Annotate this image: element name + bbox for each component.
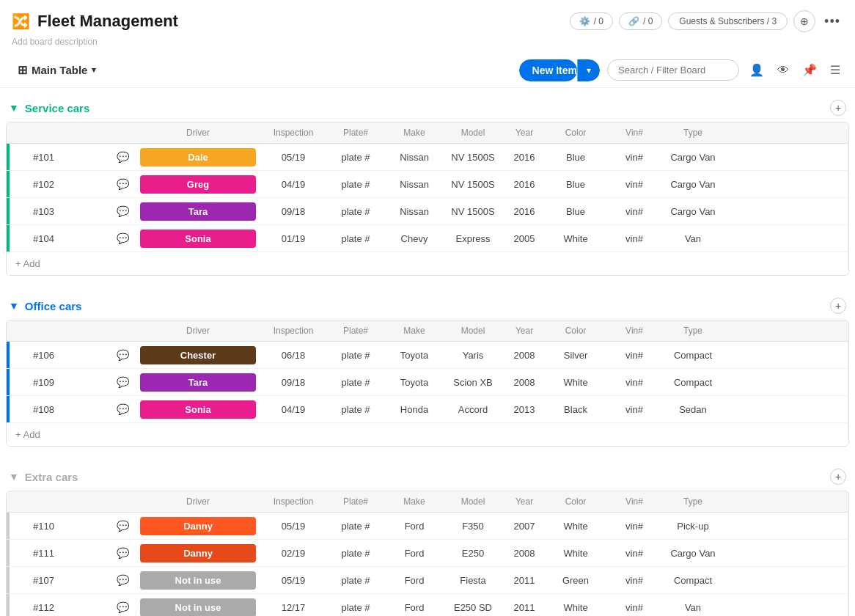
row-id: #111: [29, 542, 109, 565]
comment-icon[interactable]: 💬: [109, 232, 136, 244]
driver-cell[interactable]: Sonia: [136, 397, 260, 422]
driver-cell[interactable]: Tara: [136, 370, 260, 395]
group-office-cars-header: ▼ Office cars +: [6, 293, 849, 318]
main-table-button[interactable]: ⊞ Main Table ▾: [12, 59, 102, 81]
board-description: Add board description: [0, 35, 855, 53]
col-id: [29, 491, 109, 512]
col-plate: Plate#: [326, 320, 385, 341]
toolbar: ⊞ Main Table ▾ New Item ▾ 👤 👁 📌 ☰: [0, 53, 855, 88]
group-service-cars-add-button[interactable]: +: [830, 100, 846, 116]
year-cell: 2005: [502, 227, 546, 250]
office-cars-add-row[interactable]: + Add: [7, 423, 848, 446]
group-office-cars-chevron[interactable]: ▼: [9, 300, 19, 312]
driver-badge[interactable]: Sonia: [140, 400, 256, 419]
year-cell: 2016: [502, 146, 546, 169]
inspection-cell: 04/19: [260, 173, 326, 196]
plate-cell: plate #: [326, 173, 385, 196]
vin-cell: vin#: [605, 227, 664, 250]
vin-cell: vin#: [605, 371, 664, 394]
service-cars-add-row[interactable]: + Add: [7, 252, 848, 275]
group-service-cars-title[interactable]: Service cars: [25, 102, 89, 114]
chevron-down-icon: ▾: [92, 65, 96, 75]
driver-badge[interactable]: Chester: [140, 346, 256, 364]
driver-badge[interactable]: Not in use: [140, 571, 256, 590]
color-cell: Blue: [546, 200, 605, 223]
new-item-button[interactable]: New Item: [519, 59, 577, 81]
col-vin: Vin#: [605, 320, 664, 341]
comment-icon[interactable]: 💬: [109, 151, 136, 163]
new-item-dropdown-button[interactable]: ▾: [577, 59, 600, 81]
comment-icon[interactable]: 💬: [109, 574, 136, 586]
comment-icon[interactable]: 💬: [109, 349, 136, 361]
plate-cell: plate #: [326, 596, 385, 617]
driver-cell[interactable]: Not in use: [136, 568, 260, 593]
more-button[interactable]: •••: [821, 14, 843, 29]
plate-cell: plate #: [326, 200, 385, 223]
driver-badge[interactable]: Sonia: [140, 230, 256, 248]
vin-cell: vin#: [605, 515, 664, 538]
group-extra-cars-chevron[interactable]: ▼: [9, 471, 19, 483]
driver-badge[interactable]: Danny: [140, 517, 256, 535]
comment-icon[interactable]: 💬: [109, 547, 136, 559]
col-year: Year: [502, 122, 546, 143]
model-cell: Express: [444, 227, 502, 250]
comment-icon[interactable]: 💬: [109, 178, 136, 190]
watch-icon[interactable]: 👁: [774, 61, 792, 80]
plate-cell: plate #: [326, 227, 385, 250]
driver-cell[interactable]: Chester: [136, 342, 260, 368]
type-cell: Cargo Van: [664, 173, 722, 196]
driver-cell[interactable]: Dale: [136, 144, 260, 170]
group-extra-cars-header: ▼ Extra cars +: [6, 464, 849, 489]
group-extra-cars-add-button[interactable]: +: [830, 469, 846, 485]
filter-icon[interactable]: ☰: [827, 60, 843, 80]
comment-icon[interactable]: 💬: [109, 520, 136, 532]
driver-badge[interactable]: Tara: [140, 373, 256, 392]
driver-cell[interactable]: Danny: [136, 540, 260, 566]
invite-button[interactable]: ⊕: [793, 10, 815, 32]
driver-cell[interactable]: Danny: [136, 513, 260, 539]
search-input[interactable]: [607, 59, 739, 81]
color-cell: Green: [546, 569, 605, 592]
comment-icon[interactable]: 💬: [109, 403, 136, 415]
inspection-cell: 02/19: [260, 542, 326, 565]
group-service-cars-chevron[interactable]: ▼: [9, 102, 19, 114]
driver-badge[interactable]: Greg: [140, 175, 256, 194]
content: ▼ Service cars + Driver Inspection Plate…: [0, 88, 855, 616]
driver-badge[interactable]: Not in use: [140, 598, 256, 617]
driver-badge[interactable]: Tara: [140, 202, 256, 221]
automation-button[interactable]: ⚙️ / 0: [570, 12, 613, 30]
year-cell: 2007: [502, 515, 546, 538]
driver-cell[interactable]: Not in use: [136, 595, 260, 617]
col-make: Make: [385, 491, 444, 512]
group-office-cars-add-button[interactable]: +: [830, 298, 846, 314]
col-year: Year: [502, 320, 546, 341]
table-row: #102 💬 Greg 04/19 plate # Nissan NV 1500…: [7, 171, 848, 198]
table-icon: ⊞: [18, 63, 27, 77]
pin-icon[interactable]: 📌: [799, 60, 820, 80]
col-make: Make: [385, 320, 444, 341]
color-cell: Blue: [546, 173, 605, 196]
driver-badge[interactable]: Dale: [140, 148, 256, 166]
driver-cell[interactable]: Sonia: [136, 226, 260, 252]
integration-button[interactable]: 🔗 / 0: [619, 12, 662, 30]
inspection-cell: 09/18: [260, 371, 326, 394]
guests-button[interactable]: Guests & Subscribers / 3: [668, 12, 788, 30]
extra-cars-table: Driver Inspection Plate# Make Model Year…: [6, 491, 849, 616]
comment-icon[interactable]: 💬: [109, 376, 136, 388]
driver-badge[interactable]: Danny: [140, 544, 256, 562]
comment-icon[interactable]: 💬: [109, 205, 136, 217]
col-plate: Plate#: [326, 491, 385, 512]
driver-cell[interactable]: Greg: [136, 172, 260, 197]
inspection-cell: 12/17: [260, 596, 326, 617]
col-model: Model: [444, 122, 502, 143]
group-office-cars-title[interactable]: Office cars: [25, 300, 82, 312]
group-extra-cars-title[interactable]: Extra cars: [25, 471, 78, 483]
profile-icon[interactable]: 👤: [746, 60, 767, 80]
year-cell: 2008: [502, 542, 546, 565]
driver-cell[interactable]: Tara: [136, 199, 260, 224]
plate-cell: plate #: [326, 344, 385, 367]
comment-icon[interactable]: 💬: [109, 601, 136, 613]
color-cell: White: [546, 596, 605, 617]
app-icon: 🔀: [12, 12, 30, 30]
app-header: 🔀 Fleet Management ⚙️ / 0 🔗 / 0 Guests &…: [0, 0, 855, 35]
